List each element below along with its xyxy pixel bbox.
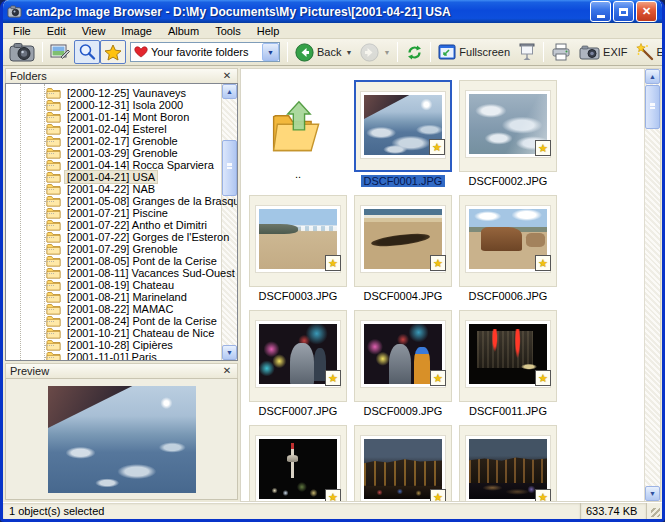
back-history-dropdown[interactable]: ▼ — [345, 49, 352, 56]
thumbnail-filename[interactable]: DSCF0011.JPG — [466, 405, 550, 417]
thumbnail-filename[interactable]: DSCF0009.JPG — [361, 405, 446, 417]
star-badge-icon: ★ — [430, 370, 446, 386]
favorite-folders-select[interactable]: Your favorite folders ▼ — [130, 42, 280, 62]
thumbnail-filename[interactable]: DSCF0006.JPG — [466, 290, 551, 302]
browser-mode-button[interactable] — [74, 40, 100, 64]
combo-dropdown-button[interactable]: ▼ — [262, 43, 279, 61]
scroll-thumb[interactable] — [645, 85, 660, 129]
preview-panel-close-icon[interactable]: ✕ — [221, 366, 233, 376]
fullscreen-button[interactable]: Fullscreen — [434, 40, 514, 64]
thumbnail-item[interactable]: ★ DSCF0007.JPG — [249, 310, 347, 417]
thumbnail-cell[interactable]: ★ — [249, 195, 347, 287]
folders-panel-close-icon[interactable]: ✕ — [221, 71, 233, 81]
print-button[interactable] — [547, 40, 575, 64]
thumbnail-cell[interactable]: ★ — [459, 195, 557, 287]
thumbnail-filename[interactable]: DSCF0007.JPG — [256, 405, 341, 417]
back-button[interactable]: Back ▼ — [291, 40, 356, 64]
folder-icon — [46, 159, 61, 171]
folder-icon — [46, 183, 61, 195]
thumbnail-cell[interactable]: ★ — [354, 195, 452, 287]
resize-grip[interactable] — [647, 503, 662, 519]
folders-panel: Folders ✕ ▲ ▼ — [5, 68, 238, 361]
slideshow-button[interactable] — [514, 40, 540, 64]
magic-wand-icon — [636, 43, 654, 61]
projector-screen-icon — [518, 43, 536, 61]
folder-icon — [46, 303, 61, 315]
back-arrow-icon — [295, 43, 314, 62]
thumbnail-item[interactable]: ★ — [354, 425, 452, 502]
thumbnail-filename[interactable]: DSCF0004.JPG — [361, 290, 446, 302]
favorites-mode-button[interactable] — [100, 40, 126, 64]
viewer-button[interactable] — [46, 40, 74, 64]
fullscreen-label: Fullscreen — [459, 46, 510, 58]
menu-item[interactable]: File — [5, 24, 39, 38]
printer-icon — [551, 43, 571, 61]
toolbar-separator — [42, 42, 43, 62]
star-badge-icon: ★ — [325, 370, 341, 386]
thumbnail-filename[interactable]: DSCF0001.JPG — [361, 175, 446, 187]
thumbnail-cell[interactable]: ★ — [459, 310, 557, 402]
thumbnail-item[interactable]: ★ — [249, 425, 347, 502]
thumbnail-item[interactable]: ★ DSCF0006.JPG — [459, 195, 557, 302]
magnifier-icon — [78, 43, 96, 61]
menu-item[interactable]: View — [74, 24, 114, 38]
menu-item[interactable]: Help — [249, 24, 288, 38]
thumbnail-item[interactable]: ★ DSCF0003.JPG — [249, 195, 347, 302]
thumbnail-item[interactable]: ★ DSCF0011.JPG — [459, 310, 557, 417]
scroll-up-button[interactable]: ▲ — [645, 69, 660, 84]
refresh-button[interactable] — [401, 40, 427, 64]
menu-item[interactable]: Image — [113, 24, 160, 38]
exif-camera-icon — [579, 45, 600, 60]
thumbnail-cell[interactable]: ★ — [249, 310, 347, 402]
folder-icon — [46, 123, 61, 135]
folder-icon — [46, 351, 61, 361]
status-bar: 1 object(s) selected 633.74 KB — [3, 502, 662, 519]
thumbnail-cell[interactable]: ★ — [249, 425, 347, 502]
thumbnail-item[interactable]: ★ DSCF0002.JPG — [459, 80, 557, 187]
close-button[interactable]: ✕ — [636, 1, 657, 22]
star-badge-icon: ★ — [430, 255, 446, 271]
title-bar[interactable]: cam2pc Image Browser - D:\My Documents\M… — [3, 0, 662, 23]
scroll-down-button[interactable]: ▼ — [645, 486, 660, 501]
enhance-button[interactable]: Enhance — [632, 40, 662, 64]
fullscreen-icon — [438, 44, 456, 60]
thumbnail-filename[interactable]: DSCF0002.JPG — [466, 175, 551, 187]
thumbnail-cell[interactable]: ★ — [459, 425, 557, 502]
forward-history-dropdown: ▼ — [383, 49, 390, 56]
menu-item[interactable]: Edit — [39, 24, 74, 38]
refresh-icon — [406, 44, 423, 61]
star-badge-icon: ★ — [430, 489, 446, 502]
app-icon — [7, 4, 22, 19]
folder-tree-item[interactable]: [2001-11-01] Paris — [6, 351, 237, 361]
thumbnail-cell[interactable]: ★ — [354, 310, 452, 402]
thumbnail-item[interactable]: ★ — [459, 425, 557, 502]
forward-button[interactable]: ▼ — [356, 40, 394, 64]
maximize-button[interactable] — [613, 1, 634, 22]
exif-button[interactable]: EXIF — [575, 40, 631, 64]
toolbar-separator — [397, 42, 398, 62]
thumbnail-item[interactable]: ★ DSCF0009.JPG — [354, 310, 452, 417]
thumbnail-cell[interactable]: ★ — [459, 80, 557, 172]
thumbnail-item[interactable]: ★ DSCF0004.JPG — [354, 195, 452, 302]
folder-icon — [46, 171, 61, 183]
folders-panel-title: Folders — [10, 70, 221, 82]
thumbnail-filename[interactable]: DSCF0003.JPG — [256, 290, 341, 302]
forward-arrow-icon — [360, 43, 379, 62]
minimize-button[interactable] — [590, 1, 611, 22]
thumbnail-cell[interactable]: ★ — [354, 425, 452, 502]
heart-icon — [134, 46, 148, 58]
menu-item[interactable]: Tools — [207, 24, 249, 38]
camera-download-button[interactable] — [5, 40, 39, 64]
thumbnail-scrollbar[interactable]: ▲ ▼ — [644, 69, 660, 501]
image-edit-icon — [50, 43, 70, 61]
status-size-text: 633.74 KB — [581, 503, 647, 519]
thumbnail-item[interactable]: ★ DSCF0001.JPG — [354, 80, 452, 187]
thumbnail-cell[interactable]: ★ — [354, 80, 452, 172]
preview-panel: Preview ✕ — [5, 363, 238, 500]
menu-item[interactable]: Album — [160, 24, 207, 38]
favorite-folders-value: Your favorite folders — [148, 46, 262, 58]
app-window: cam2pc Image Browser - D:\My Documents\M… — [0, 0, 665, 522]
folder-icon — [46, 231, 61, 243]
status-selection-text: 1 object(s) selected — [3, 503, 581, 519]
parent-folder-item[interactable]: .. — [249, 80, 347, 187]
